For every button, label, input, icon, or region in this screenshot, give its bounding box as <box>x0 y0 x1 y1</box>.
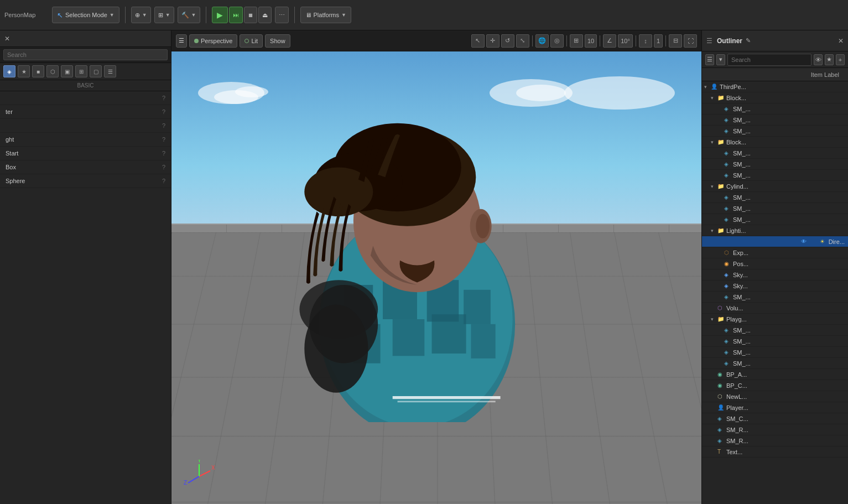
tree-item-sm13[interactable]: ◈ SM_... <box>702 347 848 358</box>
eye-icon-dire[interactable]: 👁 <box>801 238 807 245</box>
surface-btn[interactable]: ◎ <box>550 34 564 48</box>
tree-label-bpc: BP_C... <box>726 382 747 389</box>
filter-grid-btn[interactable]: ⊞ <box>75 65 87 77</box>
tree-item-smr2[interactable]: ◈ SM_R... <box>702 435 848 446</box>
list-item[interactable]: ght ? <box>0 133 171 147</box>
tree-item-sm14[interactable]: ◈ SM_... <box>702 358 848 369</box>
main-area: ✕ ◈ ★ ■ ⬡ ▣ ⊞ ▢ ☰ BASIC ? ter ? ? <box>0 30 848 504</box>
outliner-eye-btn[interactable]: 👁 <box>814 54 823 65</box>
tree-item-newl[interactable]: ⬡ NewL... <box>702 391 848 402</box>
outliner-filter2-btn[interactable]: ▾ <box>716 54 725 65</box>
platforms-button[interactable]: 🖥 Platforms ▼ <box>300 7 351 23</box>
select-tool-btn[interactable]: ↖ <box>471 34 485 48</box>
filter-all-btn[interactable]: ◈ <box>3 65 15 77</box>
filter-volumes-btn[interactable]: ⬡ <box>46 65 59 77</box>
grid-size-btn[interactable]: 10 <box>585 34 597 48</box>
tree-item-sm6[interactable]: ◈ SM_... <box>702 170 848 181</box>
outliner-add-btn[interactable]: + <box>836 54 845 65</box>
filter-shapes-btn[interactable]: ■ <box>32 65 44 77</box>
viewport[interactable]: ☰ Perspective Lit Show ↖ ✛ ↺ ⤡ <box>171 30 701 504</box>
tree-item-sm12[interactable]: ◈ SM_... <box>702 336 848 347</box>
build-button[interactable]: 🔨 ▼ <box>178 7 200 23</box>
tree-item-lighting[interactable]: ▾ 📁 Lighti... <box>702 225 848 236</box>
outliner-tree[interactable]: ▾ 👤 ThirdPe... ▾ 📁 Block... ◈ SM_... <box>702 81 848 504</box>
viewport-scene: X Y Z <box>171 51 701 504</box>
tree-item-sky2[interactable]: ◈ Sky... <box>702 280 848 292</box>
step-value-btn[interactable]: 1 <box>654 34 663 48</box>
tree-label-volu: Volu... <box>726 305 743 311</box>
lit-btn[interactable]: Lit <box>240 34 263 48</box>
tree-item-exp[interactable]: ⬡ Exp... <box>702 247 848 258</box>
mesh-icon-sm5: ◈ <box>724 161 733 167</box>
viewport-menu-btn[interactable]: ☰ <box>176 34 187 48</box>
scale-value-btn[interactable]: ↕ <box>639 34 652 48</box>
outliner-edit-btn[interactable]: ✎ <box>746 37 751 44</box>
maximize-btn[interactable]: ⛶ <box>684 34 697 48</box>
add-actor-button[interactable]: ⊕ ▼ <box>131 7 151 23</box>
tree-item-bpc[interactable]: ◉ BP_C... <box>702 380 848 391</box>
axis-indicator: X Y Z <box>183 460 216 493</box>
list-item[interactable]: Box ? <box>0 160 171 174</box>
play-button[interactable]: ▶ <box>212 7 228 23</box>
left-search-input[interactable] <box>3 49 168 60</box>
left-panel-close[interactable]: ✕ <box>4 35 10 43</box>
filter-list-btn[interactable]: ☰ <box>104 65 116 77</box>
tree-item-sky1[interactable]: ◈ Sky... <box>702 269 848 280</box>
angle-btn[interactable]: ∠ <box>603 34 616 48</box>
list-item[interactable]: ? <box>0 91 171 105</box>
tree-item-playg[interactable]: ▾ 📁 Playg... <box>702 314 848 325</box>
more-options-button[interactable]: ⋯ <box>275 7 289 23</box>
filter-box-btn[interactable]: ▢ <box>90 65 102 77</box>
tree-item-sm1[interactable]: ◈ SM_... <box>702 103 848 115</box>
snap-grid-button[interactable]: ⊞ ▼ <box>154 7 174 23</box>
layout-btn[interactable]: ⊟ <box>669 34 682 48</box>
tree-item-sm7[interactable]: ◈ SM_... <box>702 192 848 203</box>
scale-tool-btn[interactable]: ⤡ <box>516 34 529 48</box>
tree-item-smr1[interactable]: ◈ SM_R... <box>702 424 848 435</box>
tree-item-block1[interactable]: ▾ 📁 Block... <box>702 92 848 103</box>
filter-misc-btn[interactable]: ▣ <box>61 65 73 77</box>
tree-label-thirdpe: ThirdPe... <box>720 84 746 90</box>
tree-item-pos[interactable]: ◉ Pos... <box>702 258 848 269</box>
perspective-btn[interactable]: Perspective <box>189 34 237 48</box>
tree-item-sm10[interactable]: ◈ SM_... <box>702 292 848 303</box>
outliner-close-btn[interactable]: ✕ <box>838 37 844 45</box>
tree-item-sm3[interactable]: ◈ SM_... <box>702 126 848 137</box>
outliner-filter-btn[interactable]: ☰ <box>705 54 714 65</box>
angle-value-btn[interactable]: 10° <box>618 34 633 48</box>
tree-item-thirdpe[interactable]: ▾ 👤 ThirdPe... <box>702 81 848 92</box>
grid-toggle-btn[interactable]: ⊞ <box>570 34 583 48</box>
globe-btn[interactable]: 🌐 <box>535 34 549 48</box>
stop-button[interactable]: ⏹ <box>244 7 257 23</box>
outliner-star-btn[interactable]: ★ <box>825 54 834 65</box>
tree-item-sm8[interactable]: ◈ SM_... <box>702 203 848 214</box>
outliner-search-input[interactable] <box>727 54 811 66</box>
selection-mode-button[interactable]: ↖ Selection Mode ▼ <box>52 7 119 23</box>
tree-item-volu[interactable]: ⬡ Volu... <box>702 303 848 314</box>
tree-item-sm4[interactable]: ◈ SM_... <box>702 148 848 159</box>
tree-item-block2[interactable]: ▾ 📁 Block... <box>702 137 848 148</box>
list-item[interactable]: Start ? <box>0 147 171 160</box>
tree-item-player[interactable]: 👤 Player... <box>702 402 848 413</box>
tree-item-dire[interactable]: 👁 ☀ Dire... <box>702 236 848 247</box>
tree-item-cylind[interactable]: ▾ 📁 Cylind... <box>702 181 848 192</box>
list-item[interactable]: ter ? <box>0 105 171 119</box>
tree-item-bpa[interactable]: ◉ BP_A... <box>702 369 848 380</box>
filter-recent-btn[interactable]: ★ <box>18 65 30 77</box>
tree-item-smc[interactable]: ◈ SM_C... <box>702 413 848 424</box>
tree-item-sm2[interactable]: ◈ SM_... <box>702 115 848 126</box>
tree-item-sm11[interactable]: ◈ SM_... <box>702 325 848 336</box>
show-btn[interactable]: Show <box>265 34 290 48</box>
list-item[interactable]: Sphere ? <box>0 174 171 188</box>
skip-button[interactable]: ⏭ <box>229 7 243 23</box>
tree-label-sm7: SM_... <box>733 194 751 201</box>
mesh-icon-sm11: ◈ <box>724 327 733 333</box>
tree-item-sm9[interactable]: ◈ SM_... <box>702 214 848 225</box>
eject-button[interactable]: ⏏ <box>258 7 272 23</box>
tree-item-sm5[interactable]: ◈ SM_... <box>702 159 848 170</box>
list-item[interactable]: ? <box>0 119 171 133</box>
move-tool-btn[interactable]: ✛ <box>486 34 500 48</box>
help-icon-5: ? <box>162 150 165 157</box>
rotate-tool-btn[interactable]: ↺ <box>501 34 514 48</box>
tree-item-text[interactable]: T Text... <box>702 446 848 458</box>
